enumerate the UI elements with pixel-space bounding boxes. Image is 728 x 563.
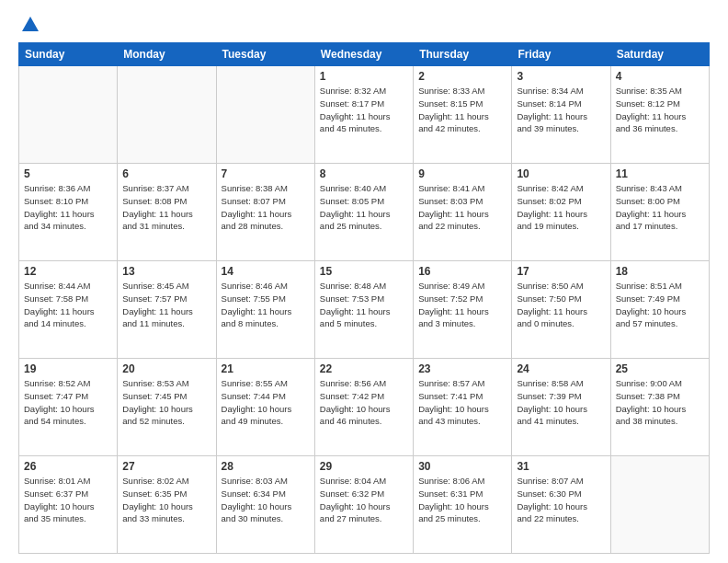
day-info: Sunrise: 8:56 AMSunset: 7:42 PMDaylight:…: [320, 377, 408, 428]
day-info: Sunrise: 8:43 AMSunset: 8:00 PMDaylight:…: [616, 182, 704, 233]
day-info: Sunrise: 8:41 AMSunset: 8:03 PMDaylight:…: [418, 182, 506, 233]
weekday-header-saturday: Saturday: [610, 43, 709, 66]
day-info: Sunrise: 8:38 AMSunset: 8:07 PMDaylight:…: [222, 182, 310, 233]
day-info: Sunrise: 8:36 AMSunset: 8:10 PMDaylight:…: [24, 182, 112, 233]
day-info: Sunrise: 8:48 AMSunset: 7:53 PMDaylight:…: [320, 280, 408, 330]
calendar-cell: 19Sunrise: 8:52 AMSunset: 7:47 PMDayligh…: [19, 359, 118, 456]
calendar-cell: 17Sunrise: 8:50 AMSunset: 7:50 PMDayligh…: [512, 261, 610, 359]
day-number: 4: [616, 70, 704, 83]
calendar-table: SundayMondayTuesdayWednesdayThursdayFrid…: [18, 42, 710, 554]
calendar-cell: 12Sunrise: 8:44 AMSunset: 7:58 PMDayligh…: [19, 261, 118, 359]
day-info: Sunrise: 8:51 AMSunset: 7:49 PMDaylight:…: [616, 280, 704, 330]
day-number: 22: [320, 362, 408, 375]
day-number: 15: [320, 265, 408, 278]
calendar-cell: 15Sunrise: 8:48 AMSunset: 7:53 PMDayligh…: [314, 261, 413, 359]
calendar-cell: 8Sunrise: 8:40 AMSunset: 8:05 PMDaylight…: [314, 164, 413, 261]
day-number: 14: [222, 265, 310, 278]
calendar-week-0: 1Sunrise: 8:32 AMSunset: 8:17 PMDaylight…: [19, 66, 710, 164]
calendar-cell: [19, 66, 118, 164]
day-info: Sunrise: 8:04 AMSunset: 6:32 PMDaylight:…: [320, 475, 408, 525]
day-info: Sunrise: 8:46 AMSunset: 7:55 PMDaylight:…: [222, 280, 310, 330]
day-info: Sunrise: 8:49 AMSunset: 7:52 PMDaylight:…: [418, 280, 506, 330]
weekday-header-row: SundayMondayTuesdayWednesdayThursdayFrid…: [19, 43, 710, 66]
calendar-cell: 9Sunrise: 8:41 AMSunset: 8:03 PMDaylight…: [414, 164, 512, 261]
day-info: Sunrise: 9:00 AMSunset: 7:38 PMDaylight:…: [616, 377, 704, 428]
calendar-cell: 3Sunrise: 8:34 AMSunset: 8:14 PMDaylight…: [512, 66, 610, 164]
day-info: Sunrise: 8:53 AMSunset: 7:45 PMDaylight:…: [122, 377, 210, 428]
day-info: Sunrise: 8:03 AMSunset: 6:34 PMDaylight:…: [222, 475, 310, 525]
day-number: 17: [517, 265, 605, 278]
calendar-cell: 18Sunrise: 8:51 AMSunset: 7:49 PMDayligh…: [610, 261, 709, 359]
day-number: 3: [517, 70, 605, 83]
calendar-cell: [216, 66, 314, 164]
day-number: 29: [320, 460, 408, 473]
calendar-cell: 10Sunrise: 8:42 AMSunset: 8:02 PMDayligh…: [512, 164, 610, 261]
day-info: Sunrise: 8:44 AMSunset: 7:58 PMDaylight:…: [24, 280, 112, 330]
calendar-cell: 2Sunrise: 8:33 AMSunset: 8:15 PMDaylight…: [414, 66, 512, 164]
day-number: 1: [320, 70, 408, 83]
day-info: Sunrise: 8:06 AMSunset: 6:31 PMDaylight:…: [418, 475, 506, 525]
day-info: Sunrise: 8:37 AMSunset: 8:08 PMDaylight:…: [122, 182, 210, 233]
day-info: Sunrise: 8:02 AMSunset: 6:35 PMDaylight:…: [122, 475, 210, 525]
day-info: Sunrise: 8:35 AMSunset: 8:12 PMDaylight:…: [616, 85, 704, 135]
day-info: Sunrise: 8:45 AMSunset: 7:57 PMDaylight:…: [122, 280, 210, 330]
day-number: 25: [616, 362, 704, 375]
weekday-header-sunday: Sunday: [19, 43, 118, 66]
day-number: 20: [122, 362, 210, 375]
day-number: 7: [222, 167, 310, 180]
day-info: Sunrise: 8:55 AMSunset: 7:44 PMDaylight:…: [222, 377, 310, 428]
day-info: Sunrise: 8:40 AMSunset: 8:05 PMDaylight:…: [320, 182, 408, 233]
calendar-cell: 11Sunrise: 8:43 AMSunset: 8:00 PMDayligh…: [610, 164, 709, 261]
day-number: 21: [222, 362, 310, 375]
header: [18, 15, 710, 35]
calendar-cell: 22Sunrise: 8:56 AMSunset: 7:42 PMDayligh…: [314, 359, 413, 456]
weekday-header-monday: Monday: [118, 43, 216, 66]
day-number: 11: [616, 167, 704, 180]
weekday-header-friday: Friday: [512, 43, 610, 66]
calendar-cell: 31Sunrise: 8:07 AMSunset: 6:30 PMDayligh…: [512, 456, 610, 554]
day-number: 6: [122, 167, 210, 180]
calendar-week-4: 26Sunrise: 8:01 AMSunset: 6:37 PMDayligh…: [19, 456, 710, 554]
day-info: Sunrise: 8:33 AMSunset: 8:15 PMDaylight:…: [418, 85, 506, 135]
day-number: 30: [418, 460, 506, 473]
calendar-week-1: 5Sunrise: 8:36 AMSunset: 8:10 PMDaylight…: [19, 164, 710, 261]
calendar-cell: 13Sunrise: 8:45 AMSunset: 7:57 PMDayligh…: [118, 261, 216, 359]
day-number: 24: [517, 362, 605, 375]
day-info: Sunrise: 8:57 AMSunset: 7:41 PMDaylight:…: [418, 377, 506, 428]
day-number: 23: [418, 362, 506, 375]
calendar-cell: 16Sunrise: 8:49 AMSunset: 7:52 PMDayligh…: [414, 261, 512, 359]
calendar-cell: 4Sunrise: 8:35 AMSunset: 8:12 PMDaylight…: [610, 66, 709, 164]
day-number: 18: [616, 265, 704, 278]
calendar-cell: 5Sunrise: 8:36 AMSunset: 8:10 PMDaylight…: [19, 164, 118, 261]
day-number: 31: [517, 460, 605, 473]
day-number: 27: [122, 460, 210, 473]
day-info: Sunrise: 8:58 AMSunset: 7:39 PMDaylight:…: [517, 377, 605, 428]
calendar-cell: 26Sunrise: 8:01 AMSunset: 6:37 PMDayligh…: [19, 456, 118, 554]
calendar-cell: 27Sunrise: 8:02 AMSunset: 6:35 PMDayligh…: [118, 456, 216, 554]
day-info: Sunrise: 8:07 AMSunset: 6:30 PMDaylight:…: [517, 475, 605, 525]
calendar-cell: 30Sunrise: 8:06 AMSunset: 6:31 PMDayligh…: [414, 456, 512, 554]
calendar-cell: 28Sunrise: 8:03 AMSunset: 6:34 PMDayligh…: [216, 456, 314, 554]
day-info: Sunrise: 8:42 AMSunset: 8:02 PMDaylight:…: [517, 182, 605, 233]
day-number: 13: [122, 265, 210, 278]
calendar-cell: 6Sunrise: 8:37 AMSunset: 8:08 PMDaylight…: [118, 164, 216, 261]
calendar-cell: 7Sunrise: 8:38 AMSunset: 8:07 PMDaylight…: [216, 164, 314, 261]
calendar-week-3: 19Sunrise: 8:52 AMSunset: 7:47 PMDayligh…: [19, 359, 710, 456]
calendar-cell: 1Sunrise: 8:32 AMSunset: 8:17 PMDaylight…: [314, 66, 413, 164]
day-number: 26: [24, 460, 112, 473]
calendar-cell: [118, 66, 216, 164]
day-info: Sunrise: 8:52 AMSunset: 7:47 PMDaylight:…: [24, 377, 112, 428]
day-info: Sunrise: 8:32 AMSunset: 8:17 PMDaylight:…: [320, 85, 408, 135]
day-number: 2: [418, 70, 506, 83]
page: SundayMondayTuesdayWednesdayThursdayFrid…: [0, 0, 728, 563]
calendar-week-2: 12Sunrise: 8:44 AMSunset: 7:58 PMDayligh…: [19, 261, 710, 359]
logo-icon: [20, 15, 40, 35]
calendar-cell: 25Sunrise: 9:00 AMSunset: 7:38 PMDayligh…: [610, 359, 709, 456]
day-number: 5: [24, 167, 112, 180]
day-info: Sunrise: 8:01 AMSunset: 6:37 PMDaylight:…: [24, 475, 112, 525]
weekday-header-thursday: Thursday: [414, 43, 512, 66]
calendar-cell: 23Sunrise: 8:57 AMSunset: 7:41 PMDayligh…: [414, 359, 512, 456]
day-number: 16: [418, 265, 506, 278]
day-number: 8: [320, 167, 408, 180]
day-number: 28: [222, 460, 310, 473]
